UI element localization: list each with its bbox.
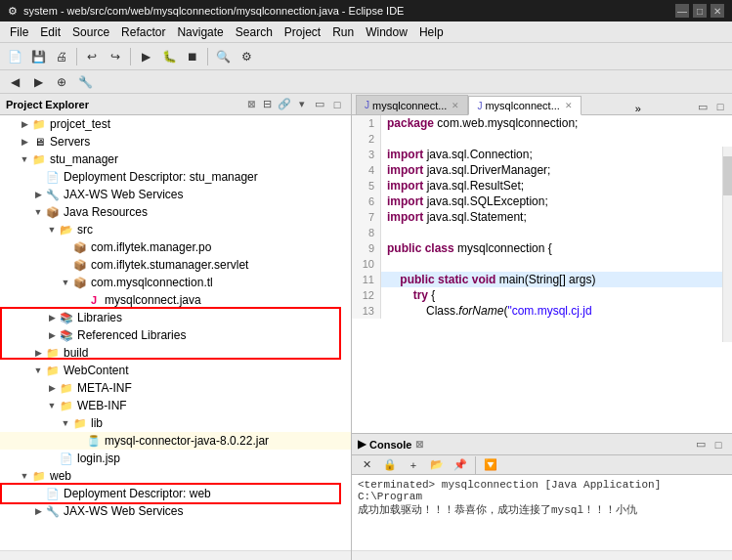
editor-horizontal-scrollbar[interactable] <box>352 550 732 560</box>
tree-item-deployment-stu[interactable]: 📄 Deployment Descriptor: stu_manager <box>0 168 351 186</box>
expand-lib[interactable]: ▼ <box>59 418 72 428</box>
expand-web-inf[interactable]: ▼ <box>45 401 59 410</box>
expand-src[interactable]: ▼ <box>45 225 59 235</box>
expand-build[interactable]: ▶ <box>31 348 45 358</box>
expand-libraries[interactable]: ▶ <box>45 313 59 323</box>
tree-item-com-iflytek-manager[interactable]: 📦 com.iflytek.manager.po <box>0 238 351 256</box>
expand-servers[interactable]: ▶ <box>18 137 31 147</box>
tree-item-servers[interactable]: ▶ 🖥 Servers <box>0 133 351 151</box>
menu-edit[interactable]: Edit <box>34 23 66 41</box>
menu-window[interactable]: Window <box>360 23 413 41</box>
expand-jax-ws-web[interactable]: ▶ <box>31 506 45 516</box>
toolbar-settings[interactable]: ⚙ <box>236 46 257 67</box>
menu-search[interactable]: Search <box>230 23 279 41</box>
line-num-12: 12 <box>352 287 381 303</box>
tree-item-mysql-jar[interactable]: 🫙 mysql-connector-java-8.0.22.jar <box>0 432 351 450</box>
menu-source[interactable]: Source <box>66 23 115 41</box>
console-pin-button[interactable]: 📌 <box>450 454 471 476</box>
expand-jax-ws-stu[interactable]: ▶ <box>31 190 45 199</box>
editor-tab-2[interactable]: J mysqlconnect... ✕ <box>468 96 581 115</box>
tab1-close[interactable]: ✕ <box>452 101 459 110</box>
tree-item-login-jsp[interactable]: 📄 login.jsp <box>0 450 351 467</box>
tree-view[interactable]: ▶ 📁 projcet_test ▶ 🖥 Servers ▼ 📁 stu_ma <box>0 115 351 520</box>
panel-maximize-button[interactable]: □ <box>329 97 345 112</box>
toolbar-save[interactable]: 💾 <box>27 46 49 67</box>
expand-meta-inf[interactable]: ▶ <box>45 383 59 393</box>
tab-overflow-button[interactable]: » <box>631 103 645 114</box>
toolbar-debug[interactable]: 🐛 <box>158 46 180 67</box>
tree-item-referenced-libraries[interactable]: ▶ 📚 Referenced Libraries <box>0 326 351 344</box>
editor-tab-1[interactable]: J mysqlconnect... ✕ <box>356 95 468 114</box>
toolbar-print[interactable]: 🖨 <box>51 46 72 67</box>
menu-run[interactable]: Run <box>326 23 360 41</box>
close-button[interactable]: ✕ <box>710 4 724 18</box>
console-panel: ▶ Console ⊠ ▭ □ ✕ 🔒 + 📂 📌 🔽 <terminated>… <box>352 433 732 550</box>
tab2-icon: J <box>477 101 482 111</box>
console-scroll-lock-button[interactable]: 🔒 <box>379 454 401 476</box>
toolbar-search[interactable]: 🔍 <box>212 46 234 67</box>
tree-item-deployment-web[interactable]: 📄 Deployment Descriptor: web <box>0 485 351 502</box>
tree-item-projcet-test[interactable]: ▶ 📁 projcet_test <box>0 115 351 133</box>
expand-projcet-test[interactable]: ▶ <box>18 119 31 129</box>
toolbar2-btn1[interactable]: ◀ <box>4 71 25 93</box>
build-icon: 📁 <box>45 345 61 361</box>
panel-minimize-button[interactable]: ▭ <box>312 97 327 112</box>
toolbar-secondary: ◀ ▶ ⊕ 🔧 <box>0 70 732 94</box>
code-scroll[interactable]: 1 package com.web.mysqlconnection; 2 3 i… <box>352 115 732 433</box>
menu-navigate[interactable]: Navigate <box>171 23 229 41</box>
tree-item-src[interactable]: ▼ 📂 src <box>0 221 351 238</box>
collapse-all-button[interactable]: ⊟ <box>259 97 275 112</box>
code-scroll-thumb[interactable] <box>723 156 732 195</box>
console-clear-button[interactable]: ✕ <box>356 454 377 476</box>
tree-item-build[interactable]: ▶ 📁 build <box>0 344 351 362</box>
console-new-button[interactable]: + <box>403 454 424 476</box>
line-num-3: 3 <box>352 147 381 162</box>
toolbar2-btn2[interactable]: ▶ <box>27 71 49 93</box>
tree-item-web[interactable]: ▼ 📁 web <box>0 467 351 485</box>
tab2-close[interactable]: ✕ <box>565 101 573 110</box>
tree-item-libraries[interactable]: ▶ 📚 Libraries <box>0 309 351 326</box>
maximize-button[interactable]: □ <box>693 4 707 18</box>
expand-com-mysql[interactable]: ▼ <box>59 278 72 287</box>
expand-referenced-libraries[interactable]: ▶ <box>45 330 59 340</box>
menu-file[interactable]: File <box>4 23 34 41</box>
minimize-button[interactable]: — <box>675 4 689 18</box>
editor-minimize-button[interactable]: ▭ <box>695 99 710 114</box>
menu-refactor[interactable]: Refactor <box>115 23 171 41</box>
tree-item-webcontent[interactable]: ▼ 📁 WebContent <box>0 362 351 379</box>
tree-item-com-mysqlconnection[interactable]: ▼ 📦 com.mysqlconnection.tl <box>0 274 351 291</box>
tree-item-lib[interactable]: ▼ 📁 lib <box>0 414 351 432</box>
toolbar-undo[interactable]: ↩ <box>81 46 103 67</box>
tree-item-jax-ws-web[interactable]: ▶ 🔧 JAX-WS Web Services <box>0 502 351 520</box>
editor-maximize-button[interactable]: □ <box>712 99 728 114</box>
tree-item-meta-inf[interactable]: ▶ 📁 META-INF <box>0 379 351 397</box>
toolbar-redo[interactable]: ↪ <box>105 46 126 67</box>
title-bar-controls[interactable]: — □ ✕ <box>675 4 724 18</box>
tree-item-web-inf[interactable]: ▼ 📁 WEB-INF <box>0 397 351 414</box>
menu-help[interactable]: Help <box>413 23 450 41</box>
toolbar2-btn4[interactable]: 🔧 <box>74 71 96 93</box>
console-open-button[interactable]: 📂 <box>426 454 448 476</box>
toolbar-stop[interactable]: ⏹ <box>182 46 203 67</box>
console-minimize-button[interactable]: ▭ <box>693 437 709 452</box>
tree-item-java-resources[interactable]: ▼ 📦 Java Resources <box>0 203 351 221</box>
console-maximize-button[interactable]: □ <box>710 437 726 452</box>
code-vertical-scrollbar[interactable] <box>722 147 732 342</box>
expand-java-resources[interactable]: ▼ <box>31 207 45 217</box>
expand-webcontent[interactable]: ▼ <box>31 366 45 375</box>
expand-stu-manager[interactable]: ▼ <box>18 154 31 164</box>
toolbar-new[interactable]: 📄 <box>4 46 25 67</box>
tree-item-stu-manager[interactable]: ▼ 📁 stu_manager <box>0 151 351 168</box>
tree-horizontal-scrollbar[interactable] <box>0 550 351 560</box>
tree-item-jax-ws-stu[interactable]: ▶ 🔧 JAX-WS Web Services <box>0 186 351 203</box>
deployment-icon: 📄 <box>45 169 61 185</box>
menu-project[interactable]: Project <box>279 23 326 41</box>
expand-web[interactable]: ▼ <box>18 471 31 481</box>
tree-item-com-iflytek-stumanager[interactable]: 📦 com.iflytek.stumanager.servlet <box>0 256 351 274</box>
panel-menu-button[interactable]: ▾ <box>294 97 310 112</box>
toolbar2-btn3[interactable]: ⊕ <box>51 71 72 93</box>
tree-item-mysqlconnect-java[interactable]: J mysqlconnect.java <box>0 291 351 309</box>
toolbar-run[interactable]: ▶ <box>135 46 156 67</box>
link-editor-button[interactable]: 🔗 <box>277 97 292 112</box>
console-filter-button[interactable]: 🔽 <box>480 454 501 476</box>
